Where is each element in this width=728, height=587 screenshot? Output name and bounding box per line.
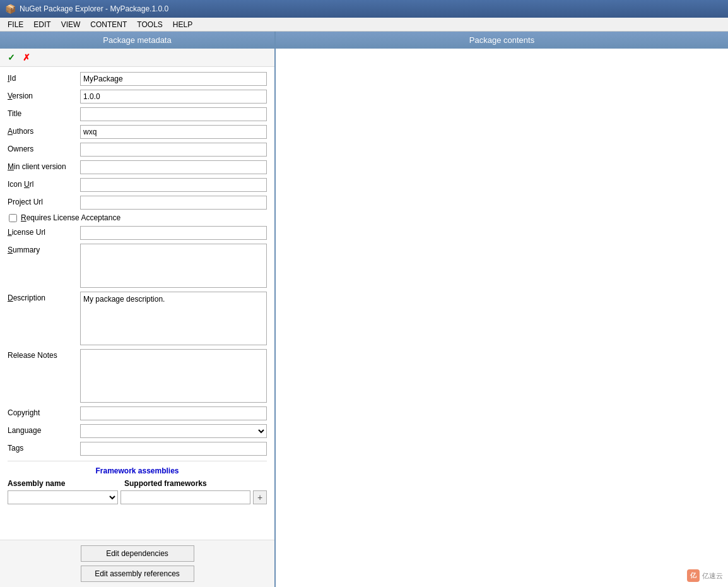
fw-input-row: + — [8, 490, 267, 504]
copyright-label: Copyright — [8, 406, 80, 417]
tags-input[interactable] — [80, 442, 267, 456]
watermark: 亿 亿速云 — [687, 569, 723, 582]
project-url-label: Project Url — [8, 196, 80, 206]
framework-assemblies-section: Framework assemblies Assembly name Suppo… — [8, 461, 267, 504]
app-icon: 📦 — [5, 4, 16, 14]
menu-bar: FILE EDIT VIEW CONTENT TOOLS HELP — [0, 18, 728, 32]
language-row: Language — [8, 424, 267, 438]
description-textarea[interactable]: My package description. — [80, 292, 267, 345]
language-select[interactable] — [80, 424, 267, 438]
project-url-input[interactable] — [80, 196, 267, 210]
version-row: Version — [8, 90, 267, 104]
framework-assemblies-title: Framework assemblies — [8, 466, 267, 475]
version-input[interactable] — [80, 90, 267, 104]
title-row: Title — [8, 107, 267, 121]
fw-supported-frameworks-header: Supported frameworks — [124, 479, 267, 488]
edit-dependencies-button[interactable]: Edit dependencies — [81, 545, 194, 562]
authors-label: Authors — [8, 125, 80, 136]
save-button[interactable]: ✓ — [5, 51, 18, 64]
copyright-input[interactable] — [80, 406, 267, 420]
authors-row: Authors — [8, 125, 267, 139]
menu-help[interactable]: HELP — [168, 19, 197, 30]
cancel-button[interactable]: ✗ — [20, 51, 33, 64]
icon-url-label: Icon Url — [8, 178, 80, 189]
min-client-label: Min client version — [8, 160, 80, 171]
owners-row: Owners — [8, 143, 267, 157]
description-row: Description My package description. — [8, 292, 267, 345]
main-container: Package metadata ✓ ✗ IId Version — [0, 32, 728, 587]
watermark-text: 亿速云 — [702, 571, 723, 581]
copyright-row: Copyright — [8, 406, 267, 420]
version-label: Version — [8, 90, 80, 100]
title-bar: 📦 NuGet Package Explorer - MyPackage.1.0… — [0, 0, 728, 18]
requires-license-label: Requires License Acceptance — [21, 213, 120, 222]
release-notes-label: Release Notes — [8, 349, 80, 360]
left-panel-header: Package metadata — [0, 32, 274, 49]
title-input[interactable] — [80, 107, 267, 121]
bottom-buttons: Edit dependencies Edit assembly referenc… — [0, 540, 274, 587]
summary-label: Summary — [8, 244, 80, 254]
menu-edit[interactable]: EDIT — [28, 19, 56, 30]
menu-file[interactable]: FILE — [3, 19, 28, 30]
title-label: Title — [8, 107, 80, 118]
watermark-icon: 亿 — [687, 569, 700, 582]
min-client-row: Min client version — [8, 160, 267, 174]
fw-column-headers: Assembly name Supported frameworks — [8, 479, 267, 488]
tags-row: Tags — [8, 442, 267, 456]
owners-input[interactable] — [80, 143, 267, 157]
left-panel: Package metadata ✓ ✗ IId Version — [0, 32, 276, 587]
owners-label: Owners — [8, 143, 80, 153]
edit-assembly-references-button[interactable]: Edit assembly references — [81, 566, 194, 582]
authors-input[interactable] — [80, 125, 267, 139]
requires-license-row: Requires License Acceptance — [8, 213, 267, 222]
description-label: Description — [8, 292, 80, 302]
id-row: IId — [8, 72, 267, 86]
menu-view[interactable]: VIEW — [56, 19, 86, 30]
fw-add-button[interactable]: + — [253, 490, 267, 504]
license-url-row: License Url — [8, 226, 267, 240]
menu-tools[interactable]: TOOLS — [132, 19, 167, 30]
min-client-input[interactable] — [80, 160, 267, 174]
license-url-label: License Url — [8, 226, 80, 237]
license-url-input[interactable] — [80, 226, 267, 240]
form-area: IId Version Title Authors — [0, 67, 274, 540]
icon-url-input[interactable] — [80, 178, 267, 192]
fw-assembly-select[interactable] — [8, 490, 118, 504]
title-text: NuGet Package Explorer - MyPackage.1.0.0 — [20, 4, 168, 13]
release-notes-row: Release Notes — [8, 349, 267, 403]
id-label: IId — [8, 72, 80, 83]
summary-textarea[interactable] — [80, 244, 267, 288]
icon-url-row: Icon Url — [8, 178, 267, 192]
menu-content[interactable]: CONTENT — [85, 19, 132, 30]
metadata-toolbar: ✓ ✗ — [0, 49, 274, 67]
fw-assembly-name-header: Assembly name — [8, 479, 124, 488]
release-notes-textarea[interactable] — [80, 349, 267, 403]
right-panel-header: Package contents — [276, 32, 728, 49]
project-url-row: Project Url — [8, 196, 267, 210]
requires-license-checkbox[interactable] — [9, 214, 17, 222]
right-panel: Package contents — [276, 32, 728, 587]
id-input[interactable] — [80, 72, 267, 86]
language-label: Language — [8, 424, 80, 435]
fw-frameworks-input[interactable] — [120, 490, 250, 504]
summary-row: Summary — [8, 244, 267, 288]
tags-label: Tags — [8, 442, 80, 453]
